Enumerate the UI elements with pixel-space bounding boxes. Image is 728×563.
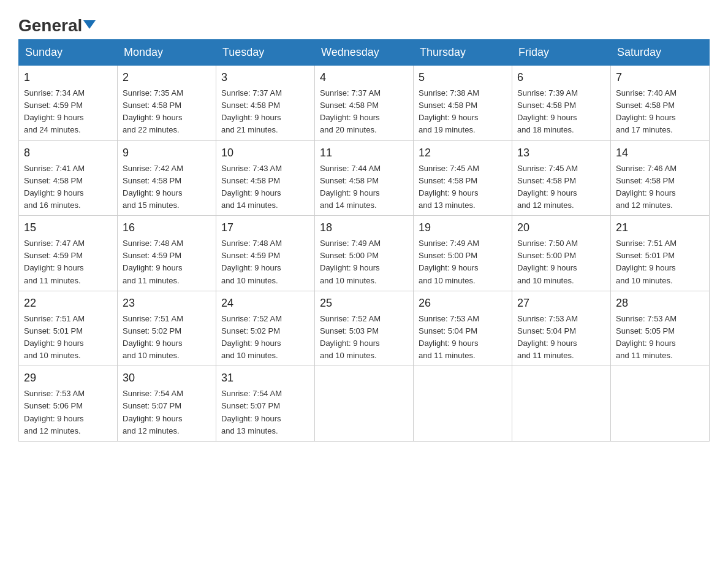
- calendar-cell: 22Sunrise: 7:51 AM Sunset: 5:01 PM Dayli…: [19, 291, 118, 366]
- day-number: 10: [221, 145, 309, 161]
- day-number: 16: [123, 220, 211, 236]
- calendar-cell: 7Sunrise: 7:40 AM Sunset: 4:58 PM Daylig…: [611, 66, 710, 141]
- calendar-cell: 29Sunrise: 7:53 AM Sunset: 5:06 PM Dayli…: [19, 366, 118, 442]
- day-number: 25: [320, 295, 408, 312]
- weekday-header-saturday: Saturday: [611, 40, 710, 66]
- calendar-cell: 20Sunrise: 7:50 AM Sunset: 5:00 PM Dayli…: [512, 216, 611, 291]
- day-info: Sunrise: 7:44 AM Sunset: 4:58 PM Dayligh…: [320, 163, 408, 212]
- weekday-header-tuesday: Tuesday: [216, 40, 315, 66]
- day-info: Sunrise: 7:50 AM Sunset: 5:00 PM Dayligh…: [517, 237, 605, 287]
- day-info: Sunrise: 7:47 AM Sunset: 4:59 PM Dayligh…: [24, 237, 112, 287]
- day-info: Sunrise: 7:54 AM Sunset: 5:07 PM Dayligh…: [221, 388, 309, 437]
- day-number: 1: [24, 69, 112, 86]
- calendar-cell: 25Sunrise: 7:52 AM Sunset: 5:03 PM Dayli…: [315, 291, 414, 366]
- day-info: Sunrise: 7:45 AM Sunset: 4:58 PM Dayligh…: [517, 163, 605, 212]
- calendar-cell: 16Sunrise: 7:48 AM Sunset: 4:59 PM Dayli…: [118, 216, 216, 291]
- day-info: Sunrise: 7:37 AM Sunset: 4:58 PM Dayligh…: [221, 87, 309, 137]
- weekday-header-sunday: Sunday: [19, 40, 118, 66]
- day-info: Sunrise: 7:49 AM Sunset: 5:00 PM Dayligh…: [419, 237, 507, 287]
- day-number: 31: [221, 370, 309, 386]
- calendar-week-row: 22Sunrise: 7:51 AM Sunset: 5:01 PM Dayli…: [19, 291, 710, 366]
- day-info: Sunrise: 7:40 AM Sunset: 4:58 PM Dayligh…: [616, 87, 704, 137]
- day-info: Sunrise: 7:53 AM Sunset: 5:06 PM Dayligh…: [24, 388, 112, 437]
- day-number: 9: [123, 145, 211, 161]
- logo-main: General: [18, 17, 96, 34]
- weekday-header-thursday: Thursday: [414, 40, 512, 66]
- calendar-cell: 14Sunrise: 7:46 AM Sunset: 4:58 PM Dayli…: [611, 140, 710, 216]
- calendar-week-row: 8Sunrise: 7:41 AM Sunset: 4:58 PM Daylig…: [19, 140, 710, 216]
- day-info: Sunrise: 7:37 AM Sunset: 4:58 PM Dayligh…: [320, 87, 408, 137]
- day-number: 12: [419, 145, 507, 161]
- day-number: 19: [419, 220, 507, 236]
- day-number: 2: [123, 69, 211, 86]
- day-info: Sunrise: 7:46 AM Sunset: 4:58 PM Dayligh…: [616, 163, 704, 212]
- day-number: 8: [24, 145, 112, 161]
- day-number: 11: [320, 145, 408, 161]
- day-number: 30: [123, 370, 211, 386]
- day-info: Sunrise: 7:49 AM Sunset: 5:00 PM Dayligh…: [320, 237, 408, 287]
- calendar-cell: 31Sunrise: 7:54 AM Sunset: 5:07 PM Dayli…: [216, 366, 315, 442]
- page-header: General: [18, 12, 710, 33]
- calendar-cell: 27Sunrise: 7:53 AM Sunset: 5:04 PM Dayli…: [512, 291, 611, 366]
- day-number: 24: [221, 295, 309, 312]
- calendar-cell: 12Sunrise: 7:45 AM Sunset: 4:58 PM Dayli…: [414, 140, 512, 216]
- calendar-cell: 19Sunrise: 7:49 AM Sunset: 5:00 PM Dayli…: [414, 216, 512, 291]
- day-number: 5: [419, 69, 507, 86]
- day-number: 20: [517, 220, 605, 236]
- day-number: 29: [24, 370, 112, 386]
- calendar-cell: [414, 366, 512, 442]
- day-info: Sunrise: 7:53 AM Sunset: 5:05 PM Dayligh…: [616, 313, 704, 362]
- day-number: 28: [616, 295, 704, 312]
- day-info: Sunrise: 7:52 AM Sunset: 5:02 PM Dayligh…: [221, 313, 309, 362]
- weekday-header-row: SundayMondayTuesdayWednesdayThursdayFrid…: [19, 40, 710, 66]
- calendar-cell: [611, 366, 710, 442]
- day-number: 26: [419, 295, 507, 312]
- calendar-week-row: 15Sunrise: 7:47 AM Sunset: 4:59 PM Dayli…: [19, 216, 710, 291]
- calendar-cell: 3Sunrise: 7:37 AM Sunset: 4:58 PM Daylig…: [216, 66, 315, 141]
- calendar-cell: 26Sunrise: 7:53 AM Sunset: 5:04 PM Dayli…: [414, 291, 512, 366]
- calendar-cell: 30Sunrise: 7:54 AM Sunset: 5:07 PM Dayli…: [118, 366, 216, 442]
- calendar-table: SundayMondayTuesdayWednesdayThursdayFrid…: [18, 39, 710, 442]
- day-info: Sunrise: 7:51 AM Sunset: 5:01 PM Dayligh…: [24, 313, 112, 362]
- day-info: Sunrise: 7:51 AM Sunset: 5:01 PM Dayligh…: [616, 237, 704, 287]
- calendar-cell: 10Sunrise: 7:43 AM Sunset: 4:58 PM Dayli…: [216, 140, 315, 216]
- day-number: 21: [616, 220, 704, 236]
- calendar-cell: 23Sunrise: 7:51 AM Sunset: 5:02 PM Dayli…: [118, 291, 216, 366]
- day-info: Sunrise: 7:51 AM Sunset: 5:02 PM Dayligh…: [123, 313, 211, 362]
- weekday-header-monday: Monday: [118, 40, 216, 66]
- calendar-cell: 8Sunrise: 7:41 AM Sunset: 4:58 PM Daylig…: [19, 140, 118, 216]
- calendar-cell: 17Sunrise: 7:48 AM Sunset: 4:59 PM Dayli…: [216, 216, 315, 291]
- calendar-cell: 15Sunrise: 7:47 AM Sunset: 4:59 PM Dayli…: [19, 216, 118, 291]
- weekday-header-wednesday: Wednesday: [315, 40, 414, 66]
- day-info: Sunrise: 7:45 AM Sunset: 4:58 PM Dayligh…: [419, 163, 507, 212]
- day-info: Sunrise: 7:48 AM Sunset: 4:59 PM Dayligh…: [123, 237, 211, 287]
- logo-triangle-icon: [83, 20, 96, 29]
- day-number: 23: [123, 295, 211, 312]
- day-number: 13: [517, 145, 605, 161]
- day-info: Sunrise: 7:52 AM Sunset: 5:03 PM Dayligh…: [320, 313, 408, 362]
- day-info: Sunrise: 7:34 AM Sunset: 4:59 PM Dayligh…: [24, 87, 112, 137]
- calendar-cell: 1Sunrise: 7:34 AM Sunset: 4:59 PM Daylig…: [19, 66, 118, 141]
- day-info: Sunrise: 7:38 AM Sunset: 4:58 PM Dayligh…: [419, 87, 507, 137]
- calendar-cell: [512, 366, 611, 442]
- calendar-cell: 24Sunrise: 7:52 AM Sunset: 5:02 PM Dayli…: [216, 291, 315, 366]
- calendar-cell: 13Sunrise: 7:45 AM Sunset: 4:58 PM Dayli…: [512, 140, 611, 216]
- day-info: Sunrise: 7:35 AM Sunset: 4:58 PM Dayligh…: [123, 87, 211, 137]
- calendar-week-row: 29Sunrise: 7:53 AM Sunset: 5:06 PM Dayli…: [19, 366, 710, 442]
- day-info: Sunrise: 7:53 AM Sunset: 5:04 PM Dayligh…: [419, 313, 507, 362]
- day-number: 18: [320, 220, 408, 236]
- calendar-week-row: 1Sunrise: 7:34 AM Sunset: 4:59 PM Daylig…: [19, 66, 710, 141]
- day-number: 14: [616, 145, 704, 161]
- day-info: Sunrise: 7:41 AM Sunset: 4:58 PM Dayligh…: [24, 163, 112, 212]
- day-number: 6: [517, 69, 605, 86]
- logo: General: [18, 17, 96, 33]
- day-info: Sunrise: 7:43 AM Sunset: 4:58 PM Dayligh…: [221, 163, 309, 212]
- calendar-cell: 21Sunrise: 7:51 AM Sunset: 5:01 PM Dayli…: [611, 216, 710, 291]
- calendar-cell: 11Sunrise: 7:44 AM Sunset: 4:58 PM Dayli…: [315, 140, 414, 216]
- day-number: 15: [24, 220, 112, 236]
- calendar-cell: 9Sunrise: 7:42 AM Sunset: 4:58 PM Daylig…: [118, 140, 216, 216]
- calendar-cell: 18Sunrise: 7:49 AM Sunset: 5:00 PM Dayli…: [315, 216, 414, 291]
- calendar-cell: 2Sunrise: 7:35 AM Sunset: 4:58 PM Daylig…: [118, 66, 216, 141]
- calendar-cell: [315, 366, 414, 442]
- calendar-cell: 4Sunrise: 7:37 AM Sunset: 4:58 PM Daylig…: [315, 66, 414, 141]
